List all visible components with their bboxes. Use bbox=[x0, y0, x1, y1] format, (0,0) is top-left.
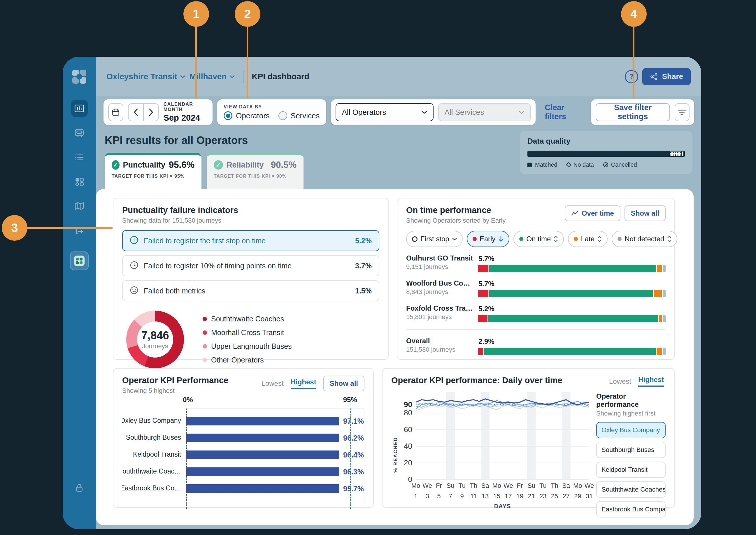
failure-indicator-item[interactable]: Failed to register 10% of timing points … bbox=[122, 255, 379, 276]
entity-filter-group: All Operators All Services bbox=[331, 99, 536, 125]
x-tick-label: Su21 bbox=[527, 482, 535, 500]
on-time-row: Oulhurst GO Transit9,151 journeys5.7% bbox=[406, 254, 666, 272]
donut-legend-item: Souththwaite Coaches bbox=[203, 315, 292, 323]
help-icon[interactable]: ? bbox=[625, 70, 638, 83]
early-percentage-label: 5.7% bbox=[479, 280, 666, 288]
share-button[interactable]: Share bbox=[642, 68, 691, 85]
advanced-filter-button[interactable] bbox=[675, 103, 689, 121]
status-dot-icon bbox=[519, 237, 523, 241]
operator-cell: Overall151,580 journeys bbox=[406, 337, 475, 355]
failure-indicator-item[interactable]: Failed to register the first stop on tim… bbox=[122, 230, 379, 251]
stop-icon bbox=[412, 236, 418, 242]
tab-reliability[interactable]: ✓ Reliability 90.5% TARGET FOR THIS KPI … bbox=[207, 153, 304, 189]
on-time-row: Woolford Bus Comp…8,843 journeys5.7% bbox=[406, 279, 666, 297]
x-tick-day: 27 bbox=[562, 493, 570, 500]
sidebar-item-map[interactable] bbox=[71, 198, 88, 215]
radio-circle bbox=[224, 111, 232, 120]
operator-button[interactable]: Souththwaite Coaches bbox=[596, 481, 666, 498]
x-tick-day: 15 bbox=[492, 493, 501, 500]
on-time-row: Foxfold Cross Travel15,801 journeys5.2% bbox=[406, 304, 666, 322]
filter-bar: CALENDAR MONTH Sep 2024 VIEW DATA BY Ope… bbox=[103, 99, 694, 125]
x-tick-day: 1 bbox=[411, 493, 421, 500]
breadcrumb-org[interactable]: Oxleyshire Transit bbox=[106, 72, 186, 81]
sidebar-item-list[interactable] bbox=[71, 149, 88, 166]
bar-value-label: 96.3% bbox=[343, 468, 364, 476]
operators-dropdown[interactable]: All Operators bbox=[335, 103, 434, 121]
calendar-button[interactable] bbox=[108, 103, 123, 121]
operator-journeys: 9,151 journeys bbox=[406, 263, 475, 271]
segment-not-detected bbox=[663, 265, 666, 272]
operator-buttons: Oxley Bus CompanySouthburgh BusesKeldpoo… bbox=[596, 422, 666, 518]
donut-legend-item: Upper Langmouth Buses bbox=[203, 342, 292, 351]
tab-punctuality[interactable]: ✓ Punctuality 95.6% TARGET FOR THIS KPI … bbox=[105, 153, 201, 189]
highest-toggle[interactable]: Highest bbox=[291, 378, 316, 389]
save-filter-settings-button[interactable]: Save filter settings bbox=[596, 103, 670, 121]
sidebar-item-vehicles[interactable] bbox=[71, 125, 88, 141]
x-tick-weekday: Fr bbox=[516, 482, 523, 490]
services-dropdown[interactable]: All Services bbox=[438, 103, 531, 121]
chevron-down-icon bbox=[519, 110, 525, 114]
radio-services[interactable]: Services bbox=[278, 111, 320, 120]
sidebar-item-sign-out[interactable] bbox=[71, 222, 88, 239]
line-plot-area bbox=[416, 392, 589, 480]
y-tick-label: 80 bbox=[404, 408, 412, 417]
x-tick-weekday: We bbox=[504, 482, 513, 490]
sidebar-item-lock[interactable] bbox=[74, 483, 85, 494]
donut-caption: Journeys bbox=[142, 342, 168, 350]
sort-icon bbox=[667, 236, 671, 242]
operator-button[interactable]: Oxley Bus Company bbox=[596, 422, 666, 438]
segment-not-detected bbox=[663, 348, 666, 355]
first-stop-dropdown[interactable]: First stop bbox=[406, 231, 463, 247]
on-time-bar-cell: 5.7% bbox=[478, 279, 666, 297]
sidebar-item-analytics[interactable] bbox=[71, 100, 88, 117]
highest-toggle[interactable]: Highest bbox=[638, 376, 664, 387]
donut-legend-label: Souththwaite Coaches bbox=[211, 315, 284, 323]
operator-cell: Foxfold Cross Travel15,801 journeys bbox=[406, 304, 475, 322]
x-tick-weekday: Th bbox=[470, 482, 477, 490]
prev-month-button[interactable] bbox=[129, 104, 143, 121]
chip-early[interactable]: Early bbox=[467, 231, 509, 247]
operator-performance-list: Operator performance Showing highest fir… bbox=[596, 392, 666, 518]
operator-kpi-subtitle: Showing 5 highest bbox=[122, 387, 228, 395]
x-tick-weekday: Th bbox=[551, 482, 558, 490]
show-all-button[interactable]: Show all bbox=[323, 376, 364, 391]
over-time-button[interactable]: Over time bbox=[565, 206, 621, 221]
lowest-toggle[interactable]: Lowest bbox=[609, 377, 631, 385]
check-icon: ✓ bbox=[112, 160, 120, 170]
on-time-bar-cell: 5.2% bbox=[478, 304, 666, 322]
operator-button[interactable]: Southburgh Buses bbox=[596, 442, 666, 458]
failure-indicator-value: 1.5% bbox=[355, 287, 372, 295]
operator-button[interactable]: Keldpool Transit bbox=[596, 462, 666, 478]
kpi-tabs: ✓ Punctuality 95.6% TARGET FOR THIS KPI … bbox=[105, 153, 692, 189]
on-time-chips: First stop EarlyOn timeLateNot detected bbox=[406, 231, 666, 247]
operator-button[interactable]: Eastbrook Bus Compa… bbox=[596, 501, 666, 518]
topbar: Oxleyshire Transit Millhaven KPI dashboa… bbox=[96, 57, 701, 96]
radio-operators[interactable]: Operators bbox=[224, 111, 270, 120]
bar-value-label: 95.7% bbox=[343, 485, 364, 493]
donut-legend: Souththwaite CoachesMoorhall Cross Trans… bbox=[203, 315, 292, 364]
on-time-subtitle: Showing Operators sorted by Early bbox=[406, 217, 506, 224]
segment-early bbox=[478, 315, 487, 322]
sidebar-item-app-tile[interactable] bbox=[70, 251, 89, 270]
callout-line-4 bbox=[633, 26, 634, 99]
map-icon bbox=[74, 201, 85, 211]
chip-not-detected[interactable]: Not detected bbox=[612, 231, 677, 247]
chip-on-time[interactable]: On time bbox=[513, 231, 564, 247]
bar-category-label: Southburgh Buses bbox=[122, 429, 186, 446]
chip-late[interactable]: Late bbox=[568, 231, 608, 247]
failure-indicator-item[interactable]: Failed both metrics1.5% bbox=[122, 280, 379, 301]
sidebar-item-apps[interactable] bbox=[71, 173, 88, 190]
callout-line-1 bbox=[195, 26, 197, 99]
failure-indicator-label: Failed to register the first stop on tim… bbox=[144, 237, 266, 245]
operator-journeys: 151,580 journeys bbox=[406, 346, 475, 353]
bar-value-label: 96.2% bbox=[343, 434, 364, 442]
next-month-button[interactable] bbox=[144, 104, 158, 121]
lowest-toggle[interactable]: Lowest bbox=[262, 380, 284, 387]
x-tick-weekday: Tu bbox=[458, 482, 466, 490]
x-tick-label: Mo1 bbox=[411, 482, 421, 500]
show-all-button[interactable]: Show all bbox=[625, 206, 666, 221]
x-tick-label: Sa27 bbox=[562, 482, 570, 500]
clear-filters-link[interactable]: Clear filters bbox=[545, 103, 582, 121]
donut-legend-label: Moorhall Cross Transit bbox=[211, 328, 284, 337]
row-divider bbox=[406, 329, 666, 330]
